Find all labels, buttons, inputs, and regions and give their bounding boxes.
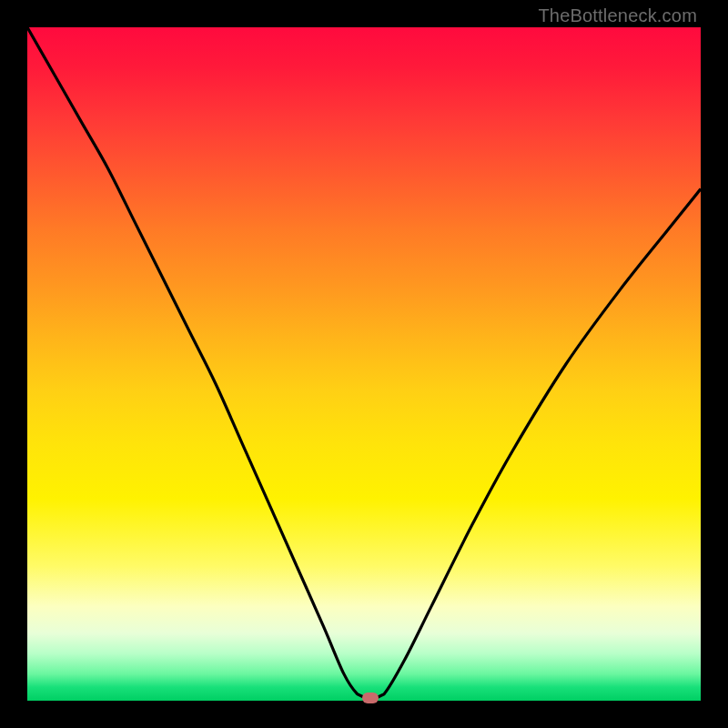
optimum-marker [362, 693, 379, 703]
watermark-text: TheBottleneck.com [538, 5, 697, 26]
plot-area [27, 27, 701, 701]
curve-path [27, 27, 701, 701]
bottleneck-curve [27, 27, 701, 701]
chart-frame: TheBottleneck.com [0, 0, 728, 728]
